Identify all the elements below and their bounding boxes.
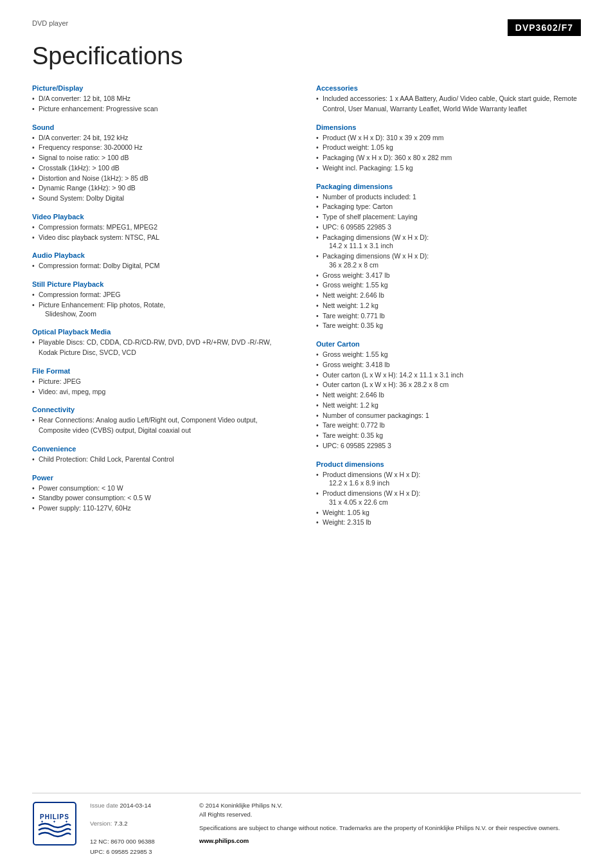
section-outer-carton: Outer Carton Gross weight: 1.55 kg Gross…: [316, 340, 581, 451]
footer-copyright: © 2014 Koninklijke Philips N.V. All Righ…: [199, 801, 581, 820]
dvd-player-label: DVD player: [32, 19, 68, 27]
footer-meta: Issue date 2014-03-14 Version: 7.3.2 12 …: [90, 801, 180, 855]
section-sound: Sound D/A converter: 24 bit, 192 kHz Fre…: [32, 123, 297, 204]
section-title-connectivity: Connectivity: [32, 406, 297, 413]
list-item: 14.2 x 11.1 x 3.1 inch: [316, 241, 581, 251]
svg-rect-0: [33, 802, 76, 845]
section-packaging-dimensions: Packaging dimensions Number of products …: [316, 183, 581, 332]
list-item: UPC: 6 09585 22985 3: [316, 222, 581, 233]
section-title-still-picture-playback: Still Picture Playback: [32, 280, 297, 288]
list-item: Nett weight: 1.2 kg: [316, 301, 581, 311]
list-item: Number of products included: 1: [316, 192, 581, 203]
footer-upc: UPC: 6 09585 22985 3: [90, 848, 152, 855]
section-title-outer-carton: Outer Carton: [316, 340, 581, 348]
section-still-picture-playback: Still Picture Playback Compression forma…: [32, 280, 297, 319]
header: DVD player DVP3602/F7: [32, 19, 581, 36]
section-accessories: Accessories Included accessories: 1 x AA…: [316, 84, 581, 114]
list-item: Tare weight: 0.35 kg: [316, 431, 581, 441]
footer: PHILIPS ✦ ✦ ✦ Issue date 2014-03-14 Vers…: [32, 793, 581, 855]
section-video-playback: Video Playback Compression formats: MPEG…: [32, 213, 297, 243]
section-connectivity: Connectivity Rear Connections: Analog au…: [32, 406, 297, 436]
list-item: Packaging (W x H x D): 360 x 80 x 282 mm: [316, 153, 581, 163]
list-item: Power consumption: < 10 W: [32, 484, 297, 494]
section-audio-playback: Audio Playback Compression format: Dolby…: [32, 251, 297, 271]
list-item: Weight: 1.05 kg: [316, 508, 581, 518]
list-item: Compression format: Dolby Digital, PCM: [32, 261, 297, 271]
list-item: Slideshow, Zoom: [32, 309, 297, 320]
footer-disclaimer: Specifications are subject to change wit…: [199, 824, 581, 833]
section-file-format: File Format Picture: JPEG Video: avi, mp…: [32, 367, 297, 397]
footer-website: www.philips.com: [199, 836, 581, 845]
footer-nc-row: 12 NC: 8670 000 96388: [90, 837, 180, 845]
list-item: 36 x 28.2 x 8 cm: [316, 260, 581, 271]
footer-nc: 12 NC: 8670 000 96388: [90, 838, 155, 845]
list-item: Packaging type: Carton: [316, 202, 581, 212]
list-item: Dynamic Range (1kHz): > 90 dB: [32, 183, 297, 194]
list-item: Power supply: 110-127V, 60Hz: [32, 503, 297, 514]
main-content: Picture/Display D/A converter: 12 bit, 1…: [32, 84, 581, 537]
footer-issue-date-label: Issue date: [90, 802, 120, 809]
list-item: Outer carton (L x W x H): 14.2 x 11.1 x …: [316, 370, 581, 381]
list-item: Nett weight: 1.2 kg: [316, 401, 581, 411]
page-title: Specifications: [32, 42, 581, 70]
list-item: Nett weight: 2.646 lb: [316, 291, 581, 301]
list-item: Picture: JPEG: [32, 377, 297, 387]
list-item: Gross weight: 3.418 lb: [316, 360, 581, 370]
section-title-sound: Sound: [32, 123, 297, 131]
list-item: D/A converter: 12 bit, 108 MHz: [32, 94, 297, 104]
list-item: Included accessories: 1 x AAA Battery, A…: [316, 94, 581, 114]
list-item: Video: avi, mpeg, mpg: [32, 387, 297, 397]
list-item: Crosstalk (1kHz): > 100 dB: [32, 163, 297, 174]
list-item: Number of consumer packagings: 1: [316, 411, 581, 421]
svg-text:✦: ✦: [65, 820, 68, 824]
section-title-product-dimensions: Product dimensions: [316, 460, 581, 468]
footer-legal: © 2014 Koninklijke Philips N.V. All Righ…: [199, 801, 581, 845]
list-item: Playable Discs: CD, CDDA, CD-R/CD-RW, DV…: [32, 338, 297, 358]
svg-text:✦: ✦: [53, 820, 56, 824]
section-title-convenience: Convenience: [32, 445, 297, 453]
section-optical-playback-media: Optical Playback Media Playable Discs: C…: [32, 328, 297, 358]
list-item: Gross weight: 1.55 kg: [316, 350, 581, 360]
list-item: Compression format: JPEG: [32, 290, 297, 300]
list-item: Weight: 2.315 lb: [316, 518, 581, 528]
section-picture-display: Picture/Display D/A converter: 12 bit, 1…: [32, 84, 297, 114]
list-item: Video disc playback system: NTSC, PAL: [32, 233, 297, 243]
philips-logo: PHILIPS ✦ ✦ ✦: [32, 801, 77, 846]
svg-text:✦: ✦: [40, 820, 44, 824]
section-convenience: Convenience Child Protection: Child Lock…: [32, 445, 297, 465]
list-item: Sound System: Dolby Digital: [32, 194, 297, 204]
section-product-dimensions: Product dimensions Product dimensions (W…: [316, 460, 581, 529]
section-title-optical-playback-media: Optical Playback Media: [32, 328, 297, 336]
list-item: Tare weight: 0.771 lb: [316, 311, 581, 321]
footer-version-row: Version: 7.3.2: [90, 819, 180, 827]
section-power: Power Power consumption: < 10 W Standby …: [32, 474, 297, 514]
section-title-packaging-dimensions: Packaging dimensions: [316, 183, 581, 190]
right-column: Accessories Included accessories: 1 x AA…: [316, 84, 581, 537]
list-item: D/A converter: 24 bit, 192 kHz: [32, 133, 297, 143]
list-item: Product (W x H x D): 310 x 39 x 209 mm: [316, 133, 581, 143]
list-item: Weight incl. Packaging: 1.5 kg: [316, 163, 581, 174]
section-title-picture-display: Picture/Display: [32, 84, 297, 92]
section-title-file-format: File Format: [32, 367, 297, 375]
list-item: Compression formats: MPEG1, MPEG2: [32, 222, 297, 233]
section-title-dimensions: Dimensions: [316, 123, 581, 131]
section-dimensions: Dimensions Product (W x H x D): 310 x 39…: [316, 123, 581, 174]
model-badge: DVP3602/F7: [508, 19, 581, 36]
list-item: Product weight: 1.05 kg: [316, 143, 581, 153]
list-item: UPC: 6 09585 22985 3: [316, 441, 581, 451]
list-item: Picture enhancement: Progressive scan: [32, 104, 297, 114]
list-item: Standby power consumption: < 0.5 W: [32, 493, 297, 503]
list-item: Type of shelf placement: Laying: [316, 212, 581, 222]
section-title-audio-playback: Audio Playback: [32, 251, 297, 259]
page: DVD player DVP3602/F7 Specifications Pic…: [0, 0, 613, 868]
footer-version: 7.3.2: [114, 820, 127, 827]
list-item: Nett weight: 2.646 lb: [316, 390, 581, 401]
list-item: Tare weight: 0.772 lb: [316, 420, 581, 431]
section-title-power: Power: [32, 474, 297, 482]
footer-issue-date-row: Issue date 2014-03-14: [90, 801, 180, 809]
list-item: Rear Connections: Analog audio Left/Righ…: [32, 415, 297, 436]
footer-upc-row: UPC: 6 09585 22985 3: [90, 847, 180, 855]
section-title-accessories: Accessories: [316, 84, 581, 92]
list-item: Gross weight: 1.55 kg: [316, 280, 581, 291]
footer-version-label: Version:: [90, 820, 112, 827]
